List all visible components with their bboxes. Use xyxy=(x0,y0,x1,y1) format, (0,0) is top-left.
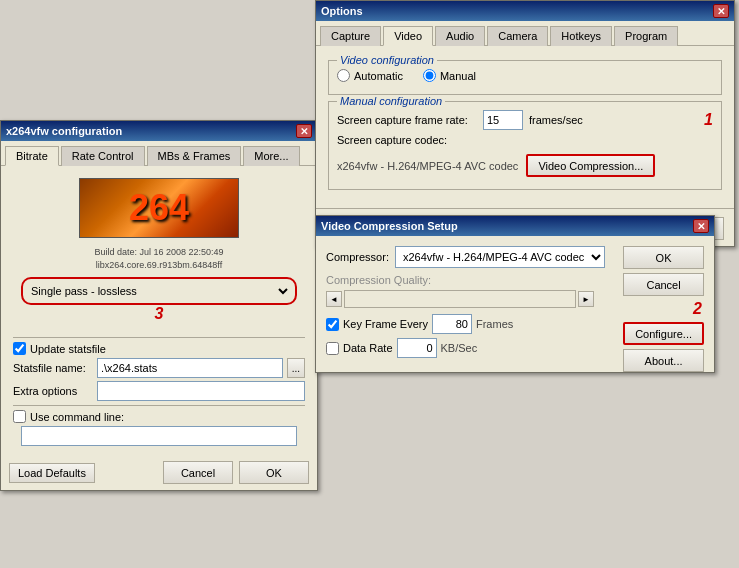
x264-titlebar: x264vfw configuration ✕ xyxy=(1,121,317,141)
x264-ok-button[interactable]: OK xyxy=(239,461,309,484)
radio-manual: Manual xyxy=(423,69,476,82)
options-title-text: Options xyxy=(321,5,363,17)
frames-unit-label: Frames xyxy=(476,318,513,330)
statsfile-name-row: Statsfile name: ... xyxy=(13,358,305,378)
tab-video[interactable]: Video xyxy=(383,26,433,46)
vc-setup-window: Video Compression Setup ✕ Compressor: x2… xyxy=(315,215,715,373)
statsfile-name-label: Statsfile name: xyxy=(13,362,93,374)
codec-value: x264vfw - H.264/MPEG-4 AVC codec xyxy=(337,160,518,172)
update-statsfile-row: Update statsfile xyxy=(13,342,305,355)
radio-automatic: Automatic xyxy=(337,69,403,82)
x264-preview-text: 264 xyxy=(129,187,189,229)
radio-automatic-input[interactable] xyxy=(337,69,350,82)
options-panel-content: Video configuration Automatic Manual Man… xyxy=(316,46,734,204)
quality-slider-row: ◄ ► xyxy=(326,290,594,308)
tab-rate-control[interactable]: Rate Control xyxy=(61,146,145,166)
video-config-label: Video configuration xyxy=(337,54,437,66)
x264-build-info: Build date: Jul 16 2008 22:50:49 libx264… xyxy=(5,246,313,271)
options-window: Options ✕ Capture Video Audio Camera Hot… xyxy=(315,0,735,247)
radio-automatic-label: Automatic xyxy=(354,70,403,82)
separator-1 xyxy=(13,337,305,338)
vc-right-buttons: OK Cancel 2 Configure... About... xyxy=(623,246,704,372)
x264-cancel-button[interactable]: Cancel xyxy=(163,461,233,484)
x264-bottom-buttons: Load Defaults Cancel OK xyxy=(1,453,317,490)
preset-select[interactable]: Single pass - lossless Single pass - hig… xyxy=(27,281,291,301)
configure-button[interactable]: Configure... xyxy=(623,322,704,345)
data-rate-checkbox[interactable] xyxy=(326,342,339,355)
tab-camera[interactable]: Camera xyxy=(487,26,548,46)
tab-audio[interactable]: Audio xyxy=(435,26,485,46)
slider-right-arrow[interactable]: ► xyxy=(578,291,594,307)
annotation-3: 3 xyxy=(155,305,164,323)
radio-row: Automatic Manual xyxy=(337,65,713,86)
frame-rate-row: Screen capture frame rate: frames/sec 1 xyxy=(337,110,713,130)
x264-close-button[interactable]: ✕ xyxy=(296,124,312,138)
command-line-input-row xyxy=(13,426,305,446)
slider-left-arrow[interactable]: ◄ xyxy=(326,291,342,307)
vc-close-button[interactable]: ✕ xyxy=(693,219,709,233)
tab-program[interactable]: Program xyxy=(614,26,678,46)
load-defaults-button[interactable]: Load Defaults xyxy=(9,463,95,483)
tab-hotkeys[interactable]: Hotkeys xyxy=(550,26,612,46)
x264-config-window: x264vfw configuration ✕ Bitrate Rate Con… xyxy=(0,120,318,491)
data-rate-row: Data Rate KB/Sec xyxy=(326,338,594,358)
video-config-group: Video configuration Automatic Manual xyxy=(328,60,722,95)
use-command-line-row: Use command line: xyxy=(13,410,305,423)
options-tabs-bar: Capture Video Audio Camera Hotkeys Progr… xyxy=(316,21,734,46)
annotation-2: 2 xyxy=(623,300,702,318)
vc-titlebar: Video Compression Setup ✕ xyxy=(316,216,714,236)
x264-tabs-bar: Bitrate Rate Control MBs & Frames More..… xyxy=(1,141,317,166)
compressor-label: Compressor: xyxy=(326,251,389,263)
tab-bitrate[interactable]: Bitrate xyxy=(5,146,59,166)
manual-config-label: Manual configuration xyxy=(337,95,445,107)
preset-row: Single pass - lossless Single pass - hig… xyxy=(21,277,297,305)
tab-capture[interactable]: Capture xyxy=(320,26,381,46)
codec-row: Screen capture codec: x264vfw - H.264/MP… xyxy=(337,134,713,177)
x264-title-text: x264vfw configuration xyxy=(6,125,122,137)
extra-options-input[interactable] xyxy=(97,381,305,401)
kb-sec-label: KB/Sec xyxy=(441,342,478,354)
extra-options-label: Extra options xyxy=(13,385,93,397)
tab-more[interactable]: More... xyxy=(243,146,299,166)
extra-options-row: Extra options xyxy=(13,381,305,401)
update-statsfile-checkbox[interactable] xyxy=(13,342,26,355)
statsfile-input[interactable] xyxy=(97,358,283,378)
radio-manual-input[interactable] xyxy=(423,69,436,82)
separator-2 xyxy=(13,405,305,406)
data-rate-label: Data Rate xyxy=(343,342,393,354)
quality-label: Compression Quality: xyxy=(326,274,594,286)
data-rate-input[interactable] xyxy=(397,338,437,358)
video-compression-button[interactable]: Video Compression... xyxy=(526,154,655,177)
annotation-1: 1 xyxy=(704,111,713,129)
frames-per-sec-label: frames/sec xyxy=(529,114,583,126)
vc-ok-button[interactable]: OK xyxy=(623,246,704,269)
vc-main-content: Compressor: x264vfw - H.264/MPEG-4 AVC c… xyxy=(316,236,714,372)
options-titlebar: Options ✕ xyxy=(316,1,734,21)
tab-mbs-frames[interactable]: MBs & Frames xyxy=(147,146,242,166)
codec-label: Screen capture codec: xyxy=(337,134,447,146)
vc-title-text: Video Compression Setup xyxy=(321,220,458,232)
frame-rate-input[interactable] xyxy=(483,110,523,130)
quality-slider-track[interactable] xyxy=(344,290,576,308)
options-close-button[interactable]: ✕ xyxy=(713,4,729,18)
key-frame-label: Key Frame Every xyxy=(343,318,428,330)
x264-preview-image: 264 xyxy=(79,178,239,238)
use-command-line-label: Use command line: xyxy=(30,411,124,423)
command-line-input[interactable] xyxy=(21,426,297,446)
key-frame-input[interactable] xyxy=(432,314,472,334)
vc-cancel-button[interactable]: Cancel xyxy=(623,273,704,296)
about-button[interactable]: About... xyxy=(623,349,704,372)
compressor-select[interactable]: x264vfw - H.264/MPEG-4 AVC codec xyxy=(395,246,605,268)
update-statsfile-label: Update statsfile xyxy=(30,343,106,355)
use-command-line-checkbox[interactable] xyxy=(13,410,26,423)
screen-capture-label: Screen capture frame rate: xyxy=(337,114,477,126)
radio-manual-label: Manual xyxy=(440,70,476,82)
key-frame-checkbox[interactable] xyxy=(326,318,339,331)
browse-button[interactable]: ... xyxy=(287,358,305,378)
manual-config-group: Manual configuration Screen capture fram… xyxy=(328,101,722,190)
key-frame-row: Key Frame Every Frames xyxy=(326,314,594,334)
